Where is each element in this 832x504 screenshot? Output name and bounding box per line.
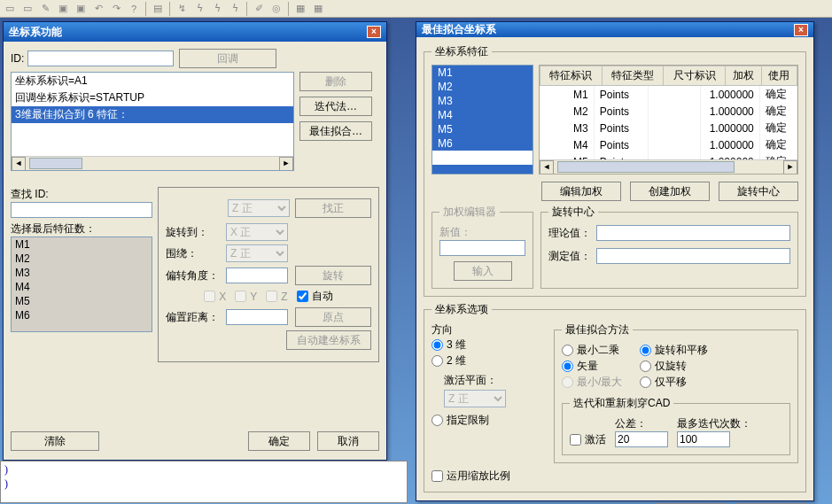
autobuild-button[interactable]: 自动建坐标系 [286, 330, 371, 350]
list-item[interactable]: M2 [432, 80, 533, 94]
toolbar-btn[interactable]: ▦ [310, 1, 326, 17]
close-icon[interactable]: × [794, 24, 808, 36]
toolbar-btn[interactable]: ϟ [227, 1, 243, 17]
toolbar-btn[interactable]: ▣ [73, 1, 89, 17]
radio-rot-trans[interactable]: 旋转和平移 [640, 343, 708, 358]
theo-input[interactable] [596, 225, 790, 241]
feature-listbox[interactable]: M1 M2 M3 M4 M5 M6 [11, 236, 152, 332]
radio-limit[interactable]: 指定限制 [432, 413, 489, 428]
toolbar-btn[interactable]: ↷ [108, 1, 124, 17]
feature-select-list[interactable]: M1 M2 M3 M4 M5 M6 [432, 65, 533, 174]
clear-button[interactable]: 清除 [11, 431, 99, 451]
list-item[interactable]: M3 [432, 94, 533, 108]
feature-grid[interactable]: 特征标识 特征类型 尺寸标识 加权 使用 M1Points1.000000确定M… [539, 65, 798, 174]
hscrollbar[interactable]: ◄► [540, 159, 797, 174]
rotateto-select[interactable]: X 正 [226, 223, 288, 241]
table-row[interactable]: M2Points1.000000确定 [540, 103, 797, 120]
radio-3d[interactable]: 3 维 [432, 337, 466, 353]
offset-angle-input[interactable] [226, 268, 288, 283]
hscrollbar[interactable]: ◄► [12, 156, 293, 170]
close-icon[interactable]: × [367, 26, 381, 38]
level-button[interactable]: 找正 [295, 198, 371, 218]
table-row[interactable]: M3Points1.000000确定 [540, 120, 797, 136]
toolbar-btn[interactable]: ↯ [174, 1, 190, 17]
radio-minmax[interactable]: 最小/最大 [562, 375, 622, 390]
col-id[interactable]: 特征标识 [540, 66, 603, 86]
iterate-legend: 迭代和重新刺穿CAD [570, 396, 673, 411]
alignment-listbox[interactable]: 坐标系标识=A1 回调坐标系标识=STARTUP 3维最佳拟合到 6 特征： ◄… [11, 72, 294, 171]
toolbar-btn[interactable]: ϟ [191, 1, 207, 17]
offset-dist-input[interactable] [226, 309, 288, 325]
rotate-button[interactable]: 旋转 [295, 266, 371, 285]
list-item[interactable]: 坐标系标识=A1 [12, 73, 293, 89]
y-checkbox[interactable]: Y [235, 291, 257, 303]
col-weight[interactable]: 加权 [726, 66, 761, 86]
list-item[interactable]: M4 [12, 280, 152, 294]
list-item[interactable]: M1 [12, 237, 152, 252]
create-weight-button[interactable]: 创建加权 [630, 182, 710, 201]
iterate-button[interactable]: 迭代法… [299, 97, 372, 116]
find-id-input[interactable] [11, 202, 152, 218]
toolbar-btn[interactable]: ▭ [19, 1, 35, 17]
bestfit-button[interactable]: 最佳拟合… [299, 121, 372, 141]
radio-rot-only[interactable]: 仅旋转 [640, 359, 687, 374]
toolbar-btn[interactable]: ϟ [209, 1, 225, 17]
offset-dist-label: 偏置距离： [166, 310, 221, 325]
meas-input[interactable] [596, 248, 790, 264]
around-select[interactable]: Z 正 [226, 244, 288, 262]
radio-lsq[interactable]: 最小二乘 [562, 343, 619, 358]
col-dim[interactable]: 尺寸标识 [664, 66, 726, 86]
list-item[interactable]: M5 [12, 294, 152, 308]
cancel-button[interactable]: 取消 [317, 431, 379, 451]
weight-editor-group: 加权编辑器 新值： 输入 [432, 205, 533, 289]
toolbar-btn[interactable]: ▭ [2, 1, 18, 17]
input-button[interactable]: 输入 [454, 261, 512, 281]
rot-center-button[interactable]: 旋转中心 [719, 182, 798, 201]
list-item[interactable]: M6 [12, 308, 152, 322]
use-scale-checkbox[interactable]: 运用缩放比例 [432, 469, 510, 484]
titlebar-right[interactable]: 最佳拟合坐标系 × [416, 22, 813, 37]
tol-input[interactable] [615, 431, 668, 447]
active-plane-select[interactable]: Z 正 [444, 390, 506, 407]
toolbar-btn[interactable]: ✎ [37, 1, 53, 17]
toolbar-btn[interactable]: ? [126, 1, 142, 17]
options-legend: 坐标系选项 [432, 302, 492, 317]
list-item[interactable]: 3维最佳拟合到 6 特征： [12, 106, 293, 123]
list-item[interactable]: 回调坐标系标识=STARTUP [12, 89, 293, 106]
newval-input[interactable] [439, 240, 525, 256]
list-item[interactable]: M5 [432, 122, 533, 136]
toolbar-btn[interactable]: ◎ [268, 1, 284, 17]
z-checkbox[interactable]: Z [266, 291, 287, 303]
table-row[interactable]: M5Points1.000000确定 [540, 153, 797, 159]
list-item[interactable]: M6 [432, 136, 533, 151]
radio-vec[interactable]: 矢量 [562, 359, 598, 374]
ok-button[interactable]: 确定 [248, 431, 310, 451]
col-use[interactable]: 使用 [761, 66, 797, 86]
edit-weight-button[interactable]: 编辑加权 [541, 182, 621, 201]
col-type[interactable]: 特征类型 [602, 66, 664, 86]
toolbar-btn[interactable]: ▣ [55, 1, 71, 17]
delete-button[interactable]: 删除 [299, 72, 372, 91]
list-item[interactable]: M3 [12, 266, 152, 280]
origin-button[interactable]: 原点 [295, 307, 371, 327]
level-axis-select[interactable]: Z 正 [228, 199, 290, 217]
id-input[interactable] [27, 50, 174, 66]
list-item[interactable]: M2 [12, 252, 152, 266]
activate-checkbox[interactable]: 激活 [570, 432, 606, 447]
titlebar-left[interactable]: 坐标系功能 × [4, 22, 386, 42]
list-item[interactable]: M4 [432, 108, 533, 122]
method-group: 最佳拟合方法 最小二乘 矢量 最小/最大 旋转和平移 仅旋转 仅平移 [554, 322, 798, 463]
auto-checkbox[interactable]: 自动 [297, 289, 333, 304]
toolbar-btn[interactable]: ✐ [251, 1, 267, 17]
x-checkbox[interactable]: X [204, 291, 226, 303]
radio-trans-only[interactable]: 仅平移 [640, 375, 687, 390]
toolbar-btn[interactable]: ▦ [292, 1, 308, 17]
table-row[interactable]: M4Points1.000000确定 [540, 136, 797, 153]
list-item[interactable]: M1 [432, 66, 533, 80]
recall-button[interactable]: 回调 [179, 49, 276, 68]
maxiter-input[interactable] [677, 431, 730, 447]
radio-2d[interactable]: 2 维 [432, 353, 466, 368]
toolbar-btn[interactable]: ↶ [90, 1, 106, 17]
toolbar-btn[interactable]: ▤ [150, 1, 166, 17]
table-row[interactable]: M1Points1.000000确定 [540, 86, 797, 103]
